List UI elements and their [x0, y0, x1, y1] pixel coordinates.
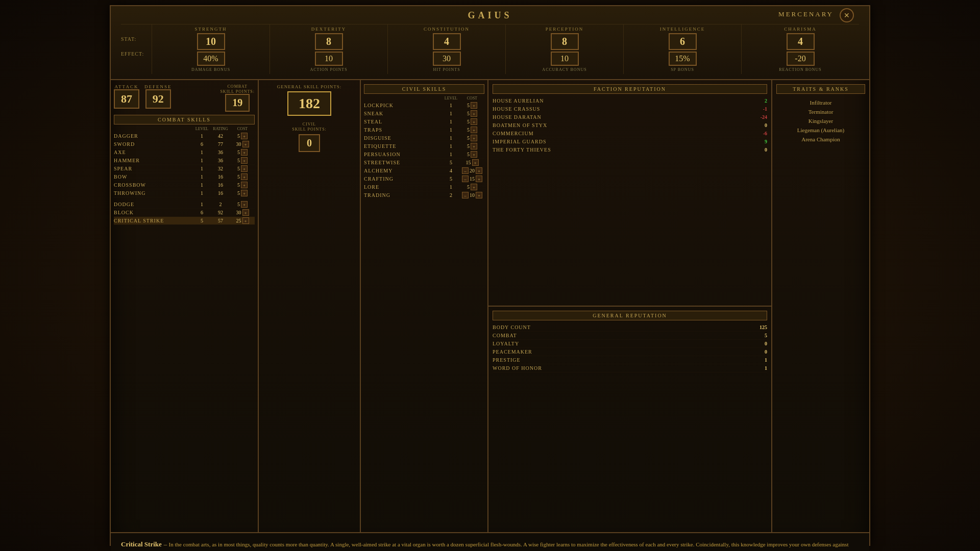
- civil-skill-level: 5: [442, 176, 460, 182]
- strength-name: STRENGTH: [154, 27, 267, 32]
- civil-skill-cost-cell: 5 +: [460, 118, 484, 125]
- skill-cost-cell: 5 +: [230, 149, 255, 156]
- plus-button[interactable]: +: [241, 190, 248, 196]
- civil-plus-button[interactable]: +: [471, 118, 477, 125]
- skill-level: 1: [193, 149, 211, 155]
- skill-name: DODGE: [114, 202, 193, 207]
- skill-cost-cell: 5 +: [230, 182, 255, 188]
- content-area: ATTACK 87 DEFENSE 92 COMBATSKILL POINTS:…: [111, 80, 869, 532]
- minus-button[interactable]: –: [462, 192, 469, 198]
- skill-cost-cell: 5 +: [230, 165, 255, 172]
- description-title-row: Critical Strike – In the combat arts, as…: [121, 539, 859, 551]
- intelligence-effect-label: SP BONUS: [626, 67, 739, 72]
- reputation-row: COMBAT 5: [493, 332, 767, 340]
- skill-rating: 2: [211, 202, 230, 207]
- civil-skill-cost-cell: 15 +: [460, 159, 484, 166]
- constitution-effect-label: HIT POINTS: [390, 67, 503, 72]
- skill-cost-cell: 30 +: [230, 209, 255, 216]
- skill-name: AXE: [114, 149, 193, 155]
- plus-button[interactable]: +: [241, 149, 248, 156]
- charisma-effect: -20: [787, 52, 815, 66]
- faction-value: 0: [765, 147, 767, 153]
- skill-rating: 57: [211, 218, 230, 223]
- civil-skill-name: ALCHEMY: [364, 168, 442, 173]
- skill-level: 1: [193, 133, 211, 139]
- attack-label: ATTACK: [114, 84, 139, 89]
- faction-row: HOUSE AURELIAN 2: [493, 97, 767, 105]
- trait-item: Arena Champion: [776, 135, 865, 144]
- civil-plus-button[interactable]: +: [471, 143, 477, 149]
- civil-skill-name: STEAL: [364, 119, 442, 124]
- civil-plus-button[interactable]: +: [471, 110, 477, 117]
- civil-skill-cost: 5: [467, 152, 470, 157]
- minus-button[interactable]: –: [462, 167, 469, 174]
- charisma-effect-label: REACTION BONUS: [744, 67, 857, 72]
- civil-plus-button[interactable]: +: [471, 127, 477, 133]
- plus-button[interactable]: +: [242, 217, 249, 224]
- civil-plus-button[interactable]: +: [471, 184, 477, 190]
- close-button[interactable]: ✕: [840, 8, 854, 22]
- plus-button[interactable]: +: [241, 173, 248, 180]
- skill-name-title: Critical Strike: [121, 540, 162, 548]
- civil-skill-row: LORE 1 5 +: [364, 183, 484, 191]
- skill-cost: 30: [236, 141, 241, 147]
- civil-skill-level: 1: [442, 111, 460, 116]
- faction-value: -24: [761, 114, 767, 120]
- civil-plus-button[interactable]: +: [471, 102, 477, 109]
- civil-skill-name: TRAPS: [364, 127, 442, 133]
- civil-skill-name: CRAFTING: [364, 176, 442, 182]
- skill-rating: 36: [211, 149, 230, 155]
- faction-value: 2: [765, 98, 767, 104]
- plus-button[interactable]: +: [241, 157, 248, 164]
- combat-sp-value: 19: [225, 94, 250, 112]
- combat-skills-title: COMBAT SKILLS: [114, 115, 255, 124]
- civil-skill-name: DISGUISE: [364, 135, 442, 141]
- faction-name: THE FORTY THIEVES: [493, 147, 551, 153]
- trait-item: Infiltrator: [776, 98, 865, 107]
- civil-skill-row: LOCKPICK 1 5 +: [364, 102, 484, 110]
- skill-cost: 5: [237, 202, 240, 207]
- combat-skill-row: HAMMER 1 36 5 +: [114, 157, 255, 165]
- plus-button[interactable]: +: [241, 182, 248, 188]
- civil-skill-cost-cell: 5 +: [460, 102, 484, 109]
- plus-button[interactable]: +: [241, 165, 248, 172]
- reputation-value: 0: [765, 341, 767, 346]
- civil-skill-level: 2: [442, 192, 460, 198]
- defense-group: DEFENSE 92: [144, 84, 172, 112]
- reputation-value: 1: [765, 365, 767, 371]
- civil-skill-row: CRAFTING 5 – 15 +: [364, 175, 484, 183]
- civil-plus-button[interactable]: +: [471, 135, 477, 141]
- reputation-name: PEACEMAKER: [493, 349, 532, 355]
- skill-rating: 16: [211, 174, 230, 180]
- constitution-stat: 4: [433, 33, 461, 50]
- civil-plus-button[interactable]: +: [476, 167, 482, 174]
- skill-cost: 25: [236, 218, 241, 223]
- plus-button[interactable]: +: [241, 201, 248, 208]
- plus-button[interactable]: +: [242, 141, 249, 147]
- civil-skill-name: PERSUASION: [364, 152, 442, 157]
- skill-cost-cell: 30 +: [230, 141, 255, 147]
- civil-plus-button[interactable]: +: [476, 192, 482, 198]
- strength-effect: 40%: [197, 52, 225, 66]
- faction-value: -6: [763, 131, 767, 136]
- civil-skill-row: ALCHEMY 4 – 20 +: [364, 167, 484, 175]
- civil-skill-cost-cell: – 10 +: [460, 192, 484, 198]
- civil-skills-title: CIVIL SKILLS: [364, 84, 484, 94]
- skill-rating: 16: [211, 190, 230, 196]
- general-sp-value: 182: [287, 91, 331, 116]
- civil-plus-button[interactable]: +: [476, 176, 482, 182]
- civil-skill-cost-cell: 5 +: [460, 143, 484, 149]
- plus-button[interactable]: +: [242, 209, 249, 216]
- civil-plus-button[interactable]: +: [471, 151, 477, 158]
- header-section: GAIUS MERCENARY ✕ STAT: EFFECT: STRENGTH…: [111, 6, 869, 80]
- combat-skill-row: CRITICAL STRIKE 5 57 25 +: [114, 217, 255, 225]
- faction-list: HOUSE AURELIAN 2 HOUSE CRASSUS -1 HOUSE …: [493, 97, 767, 154]
- skill-cost: 5: [237, 174, 240, 180]
- skill-name: CROSSBOW: [114, 182, 193, 188]
- civil-plus-button[interactable]: +: [472, 159, 479, 166]
- reputation-name: BODY COUNT: [493, 324, 531, 330]
- minus-button[interactable]: –: [462, 176, 469, 182]
- reputation-row: PEACEMAKER 0: [493, 348, 767, 356]
- plus-button[interactable]: +: [241, 133, 248, 139]
- reputation-name: PRESTIGE: [493, 357, 521, 363]
